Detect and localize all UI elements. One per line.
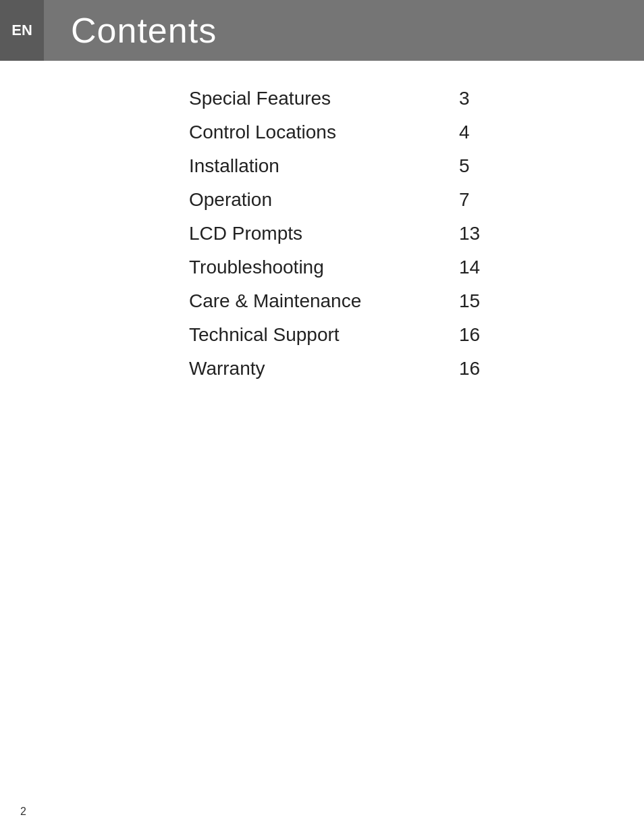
toc-item-label: Technical Support <box>189 324 446 346</box>
title-bar: Contents <box>44 0 644 61</box>
toc-item-label: Operation <box>189 189 446 211</box>
toc-item-page: 4 <box>459 122 470 143</box>
toc-item-page: 16 <box>459 324 480 346</box>
toc-row: Installation5 <box>189 155 644 177</box>
toc-row: Control Locations4 <box>189 122 644 143</box>
page-title: Contents <box>71 10 217 51</box>
toc-row: Warranty16 <box>189 358 644 379</box>
toc-item-page: 13 <box>459 223 480 244</box>
toc-item-page: 14 <box>459 257 480 278</box>
toc-row: LCD Prompts13 <box>189 223 644 244</box>
toc-row: Care & Maintenance15 <box>189 290 644 312</box>
language-badge: EN <box>0 0 44 61</box>
toc-item-label: Control Locations <box>189 122 446 143</box>
language-label: EN <box>11 22 32 39</box>
toc-item-page: 5 <box>459 155 470 177</box>
toc-row: Operation7 <box>189 189 644 211</box>
toc-row: Special Features3 <box>189 88 644 109</box>
toc-item-page: 7 <box>459 189 470 211</box>
toc-item-label: Installation <box>189 155 446 177</box>
table-of-contents: Special Features3Control Locations4Insta… <box>189 88 644 379</box>
toc-item-page: 15 <box>459 290 480 312</box>
toc-item-page: 16 <box>459 358 480 379</box>
toc-item-label: Care & Maintenance <box>189 290 446 312</box>
toc-item-label: Troubleshooting <box>189 257 446 278</box>
toc-item-label: LCD Prompts <box>189 223 446 244</box>
toc-item-label: Special Features <box>189 88 446 109</box>
toc-item-page: 3 <box>459 88 470 109</box>
toc-item-label: Warranty <box>189 358 446 379</box>
toc-row: Technical Support16 <box>189 324 644 346</box>
header: EN Contents <box>0 0 644 61</box>
toc-row: Troubleshooting14 <box>189 257 644 278</box>
page-number: 2 <box>20 806 26 818</box>
